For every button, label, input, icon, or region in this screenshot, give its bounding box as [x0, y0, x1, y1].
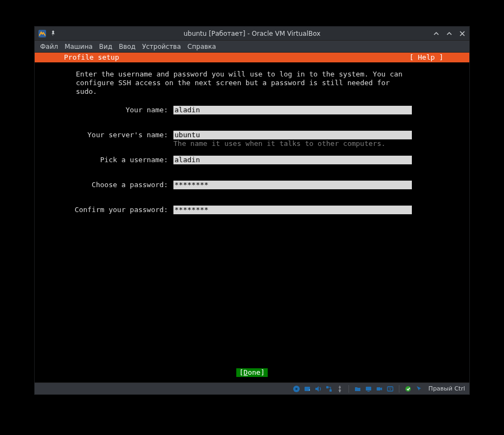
menu-help[interactable]: Справка: [188, 43, 216, 50]
guest-display[interactable]: Profile setup [ Help ] Enter the usernam…: [35, 53, 469, 382]
host-key-label: Правый Ctrl: [429, 385, 465, 392]
hard-disk-icon[interactable]: [303, 385, 312, 393]
svg-text:V: V: [389, 387, 392, 391]
profile-form: Your name: aladin Your server's name: ub…: [35, 96, 469, 214]
svg-point-2: [295, 388, 298, 390]
vrde-icon[interactable]: V: [386, 385, 395, 393]
close-button[interactable]: [458, 30, 466, 37]
confirm-password-label: Confirm your password:: [35, 206, 173, 214]
username-label: Pick a username:: [35, 156, 173, 164]
maximize-button[interactable]: [445, 30, 453, 37]
username-input[interactable]: aladin: [173, 156, 412, 164]
svg-point-13: [405, 386, 411, 392]
installer-header: Profile setup [ Help ]: [35, 53, 469, 62]
svg-rect-9: [367, 391, 370, 392]
titlebar: ubuntu [Работает] - Oracle VM VirtualBox: [35, 27, 469, 41]
window-title: ubuntu [Работает] - Oracle VM VirtualBox: [81, 30, 423, 37]
svg-point-4: [309, 389, 310, 391]
done-accel: D: [243, 368, 248, 377]
svg-rect-8: [366, 387, 371, 391]
minimize-button[interactable]: [432, 30, 440, 37]
server-name-input[interactable]: ubuntu: [173, 131, 412, 139]
server-name-label: Your server's name:: [35, 131, 173, 139]
done-bracket-left: [: [240, 368, 244, 377]
done-bracket-right: ]: [261, 368, 265, 377]
usb-icon[interactable]: [335, 385, 344, 393]
optical-drive-icon[interactable]: [292, 385, 301, 393]
menu-machine[interactable]: Машина: [64, 43, 93, 50]
password-input[interactable]: ********: [173, 181, 412, 189]
network-icon[interactable]: [325, 385, 333, 393]
menu-devices[interactable]: Устройства: [142, 43, 181, 50]
installer-intro: Enter the username and password you will…: [35, 62, 414, 96]
guest-additions-icon[interactable]: [404, 385, 412, 393]
menubar: Файл Машина Вид Ввод Устройства Справка: [35, 41, 469, 53]
done-button[interactable]: [ Done ]: [236, 368, 268, 377]
done-rest: one: [248, 368, 260, 377]
virtualbox-window: ubuntu [Работает] - Oracle VM VirtualBox…: [34, 26, 470, 395]
confirm-password-input[interactable]: ********: [173, 206, 412, 214]
svg-point-7: [339, 391, 340, 392]
password-label: Choose a password:: [35, 181, 173, 189]
shared-folders-icon[interactable]: [353, 385, 362, 393]
server-name-hint: The name it uses when it talks to other …: [173, 139, 412, 148]
menu-view[interactable]: Вид: [99, 43, 112, 50]
menu-input[interactable]: Ввод: [119, 43, 135, 50]
svg-rect-5: [326, 386, 328, 388]
help-button[interactable]: [ Help ]: [409, 53, 465, 62]
recording-icon[interactable]: [375, 385, 384, 393]
mouse-integration-icon[interactable]: [415, 385, 423, 393]
pin-icon[interactable]: [50, 30, 57, 37]
menu-file[interactable]: Файл: [40, 43, 58, 50]
installer-title: Profile setup: [64, 53, 119, 62]
your-name-input[interactable]: aladin: [173, 106, 412, 114]
your-name-label: Your name:: [35, 106, 173, 114]
audio-icon[interactable]: [314, 385, 322, 393]
svg-rect-10: [377, 387, 380, 391]
virtualbox-app-icon: [38, 29, 47, 38]
statusbar: V Правый Ctrl: [35, 382, 469, 394]
display-icon[interactable]: [364, 385, 373, 393]
